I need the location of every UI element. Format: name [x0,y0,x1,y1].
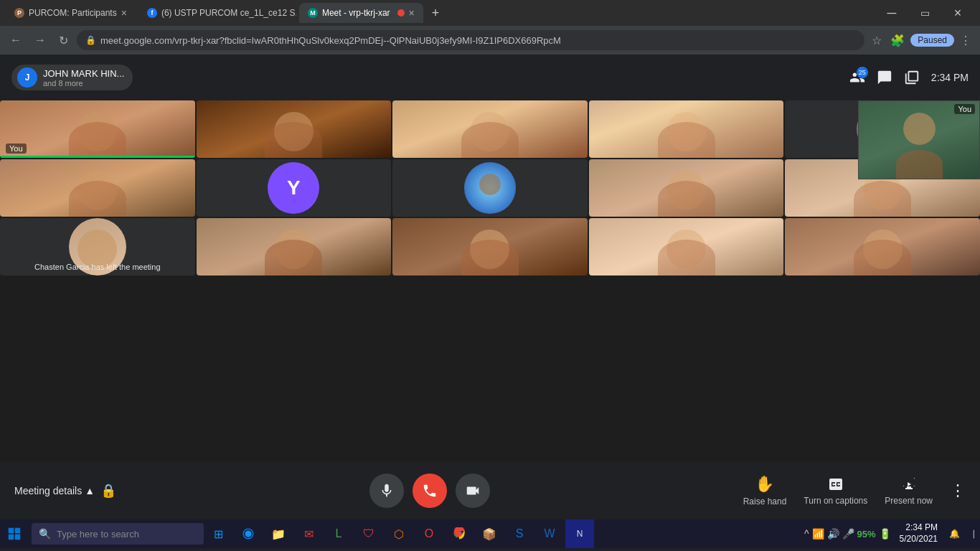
meet-controls-right: 25 2:34 PM [849,70,969,85]
window-controls: ─ ▭ × [875,0,974,26]
taskbar: 🔍 Type here to search ⊞ 📁 ✉ L 🛡 ⬡ O [0,519,980,548]
meeting-details-label: Meeting details [14,485,82,496]
forward-button[interactable]: → [30,31,50,50]
mcafee-button[interactable]: 🛡 [354,519,383,548]
menu-button[interactable]: ⋮ [957,31,974,50]
present-label: Present now [885,496,933,506]
start-button[interactable] [0,519,29,548]
opera-button[interactable]: O [415,519,443,548]
edge-icon [242,527,255,540]
taskview-button[interactable]: ⊞ [204,519,232,548]
tab2-favicon: f [147,8,157,18]
bookmark-button[interactable]: ☆ [869,31,885,50]
notification-text: Chasten Garcia has left the meeting [34,263,160,271]
meet-container: J JOHN MARK HIN... and 8 more 25 2:34 PM [0,55,980,519]
show-desktop-button[interactable]: ▕ [966,530,977,538]
you-video-feed [0,100,195,158]
maximize-button[interactable]: ▭ [908,0,941,26]
network-icon[interactable]: 📶 [812,528,824,540]
video-cell-profile [392,159,588,217]
participant-name-tag: J JOHN MARK HIN... and 8 more [11,65,133,90]
app-n-button[interactable]: N [565,519,594,548]
battery-icon[interactable]: 🔋 [879,528,891,540]
app5-button[interactable]: L [324,519,353,548]
tray-show-hidden-button[interactable]: ^ [804,528,809,540]
new-tab-button[interactable]: + [426,6,446,21]
skype-button[interactable]: S [505,519,534,548]
nav-bar: ← → ↻ 🔒 meet.google.com/vrp-tkrj-xar?fbc… [0,26,980,55]
back-button[interactable]: ← [6,31,26,50]
present-now-button[interactable]: Present now [885,476,933,506]
participant-name: JOHN MARK HIN... [43,68,124,79]
word-button[interactable]: W [535,519,564,548]
clock-button[interactable]: 2:34 PM 5/20/2021 [894,522,943,545]
participant8-video [589,159,784,217]
captions-icon [827,476,844,493]
minimize-button[interactable]: ─ [875,0,908,26]
camera-button[interactable] [456,474,490,508]
tab-purcom-participants[interactable]: P PURCOM: Participants × [6,3,136,23]
close-button[interactable]: × [941,0,974,26]
video-grid: You [0,100,980,276]
profile-paused-button[interactable]: Paused [910,34,954,47]
video-cell-you: You [0,100,195,158]
extension-button[interactable]: 🧩 [887,31,908,50]
video-cell-male [392,218,588,276]
clock-date: 5/20/2021 [900,534,938,545]
present-icon [900,476,918,493]
tab3-close[interactable]: × [409,7,415,19]
participant11-video [197,218,392,276]
participants-button[interactable]: 25 [849,70,865,85]
tab1-close[interactable]: × [121,7,127,19]
taskbar-search[interactable]: 🔍 Type here to search [32,523,204,545]
activities-button[interactable] [904,70,920,85]
you-video-label: You [6,143,27,154]
mail-button[interactable]: ✉ [294,519,323,548]
file-explorer-button[interactable]: 📁 [264,519,293,548]
reload-button[interactable]: ↻ [55,31,72,50]
participant14-video [785,218,980,276]
left-notification: Chasten Garcia has left the meeting [34,263,160,271]
microphone-button[interactable] [369,474,404,508]
tab3-recording-dot [397,9,405,17]
participant-avatar: J [17,67,37,88]
mic-tray-icon[interactable]: 🎤 [842,528,854,540]
video-cell-11 [197,218,392,276]
sound-icon[interactable]: 🔊 [827,528,839,540]
taskbar-pinned-apps: ⊞ 📁 ✉ L 🛡 ⬡ O 📦 S W N [204,519,594,548]
app7-button[interactable]: ⬡ [385,519,413,548]
captions-button[interactable]: Turn on captions [804,476,867,506]
tab1-favicon: P [14,8,24,18]
notifications-button[interactable]: 🔔 [946,529,963,539]
svg-rect-1 [15,528,21,534]
dropbox-button[interactable]: 📦 [475,519,504,548]
participant-Y-avatar: Y [268,162,319,214]
url-text: meet.google.com/vrp-tkrj-xar?fbclid=IwAR… [100,35,561,46]
more-options-button[interactable]: ⋮ [950,481,966,500]
audio-indicator [0,156,195,158]
security-shield-icon[interactable]: 🔒 [100,483,116,499]
tab-bar: P PURCOM: Participants × f (6) USTP PURC… [0,0,980,26]
tab-ustp-purcom[interactable]: f (6) USTP PURCOM ce_1L_ce12 S... × [138,3,296,23]
raise-hand-label: Raise hand [743,496,787,507]
chat-button[interactable] [877,70,892,85]
end-call-button[interactable] [413,474,447,508]
svg-rect-3 [15,534,21,540]
tab1-title: PURCOM: Participants [29,8,117,18]
chrome-button[interactable] [445,519,473,548]
edge-button[interactable] [234,519,263,548]
browser-actions: ☆ 🧩 Paused ⋮ [869,31,974,50]
chrome-icon [453,527,466,540]
clock-time: 2:34 PM [900,522,938,534]
video-cell-14 [785,218,980,276]
bottom-right-actions: ✋ Raise hand Turn on captions Present no… [743,475,966,507]
video-cell-Y: Y [197,159,392,217]
video-cell-8 [589,159,784,217]
meeting-details-button[interactable]: Meeting details ▲ [14,485,95,496]
video-area: You [0,100,980,462]
address-bar[interactable]: 🔒 meet.google.com/vrp-tkrj-xar?fbclid=Iw… [77,30,864,50]
raise-hand-button[interactable]: ✋ Raise hand [743,475,787,507]
participant-sub: and 8 more [43,79,124,88]
participant-male-video [392,218,588,276]
tab-meet[interactable]: M Meet - vrp-tkrj-xar × [299,3,423,23]
